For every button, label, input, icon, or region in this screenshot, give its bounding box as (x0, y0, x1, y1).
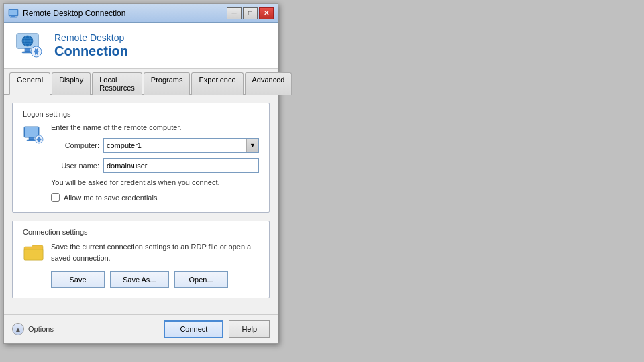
save-button[interactable]: Save (51, 272, 105, 288)
svg-rect-3 (10, 17, 17, 17)
connection-section: Connection settings Save the current con… (12, 221, 270, 298)
logon-form: Enter the name of the remote computer. C… (51, 123, 259, 202)
connection-section-label: Connection settings (23, 228, 259, 236)
credentials-note: You will be asked for credentials when y… (51, 178, 259, 186)
svg-rect-24 (24, 249, 43, 260)
footer-bar: ▲ Options Connect Help (4, 314, 278, 343)
tab-local-resources[interactable]: Local Resources (92, 72, 142, 95)
window-title: Remote Desktop Connection (23, 9, 125, 18)
svg-rect-11 (25, 48, 30, 52)
header-area: Remote Desktop Connection (4, 23, 278, 69)
title-bar: Remote Desktop Connection ─ □ ✕ (4, 4, 278, 23)
computer-label: Computer: (51, 141, 103, 149)
window-icon (8, 8, 19, 19)
options-area[interactable]: ▲ Options (12, 323, 54, 335)
restore-button[interactable]: □ (243, 7, 258, 19)
connect-button[interactable]: Connect (164, 320, 223, 338)
options-label: Options (28, 325, 54, 333)
logon-section-inner: Enter the name of the remote computer. C… (23, 123, 259, 202)
username-input[interactable] (103, 158, 259, 173)
tab-display[interactable]: Display (52, 72, 91, 95)
svg-rect-1 (9, 10, 17, 15)
computer-dropdown-arrow[interactable]: ▼ (246, 139, 258, 152)
header-text: Remote Desktop Connection (54, 32, 128, 59)
close-button[interactable]: ✕ (259, 7, 274, 19)
svg-rect-17 (25, 127, 38, 137)
title-bar-left: Remote Desktop Connection (8, 8, 125, 19)
options-chevron-icon: ▲ (12, 323, 24, 335)
connection-buttons: Save Save As... Open... (51, 272, 259, 288)
app-icon (14, 29, 46, 62)
tabs-bar: General Display Local Resources Programs… (4, 69, 278, 95)
connection-form: Save the current connection settings to … (51, 241, 259, 288)
svg-rect-18 (29, 137, 34, 140)
folder-svg (23, 243, 44, 261)
computer-row: Computer: ▼ (51, 138, 259, 153)
tab-advanced[interactable]: Advanced (245, 72, 292, 95)
minimize-button[interactable]: ─ (227, 7, 241, 19)
main-window: Remote Desktop Connection ─ □ ✕ (3, 3, 278, 344)
computer-input[interactable] (104, 139, 246, 152)
svg-rect-2 (11, 16, 15, 17)
logon-icon (23, 125, 44, 146)
content-area: Logon settings Enter the name of the rem… (4, 95, 278, 314)
help-button[interactable]: Help (229, 320, 270, 338)
logon-description: Enter the name of the remote computer. (51, 123, 259, 131)
header-subtitle: Remote Desktop (54, 32, 128, 43)
save-credentials-row: Allow me to save credentials (51, 193, 259, 202)
folder-icon (23, 241, 44, 263)
computer-input-wrapper: ▼ (103, 138, 259, 153)
header-title: Connection (54, 43, 128, 59)
tab-general[interactable]: General (9, 72, 50, 95)
logon-section: Logon settings Enter the name of the rem… (12, 103, 270, 213)
tab-experience[interactable]: Experience (191, 72, 243, 95)
connection-section-inner: Save the current connection settings to … (23, 241, 259, 288)
save-credentials-label[interactable]: Allow me to save credentials (64, 194, 157, 202)
save-credentials-checkbox[interactable] (51, 193, 60, 202)
username-label: User name: (51, 162, 103, 170)
connection-description: Save the current connection settings to … (51, 241, 259, 263)
footer-buttons: Connect Help (164, 320, 270, 338)
open-button[interactable]: Open... (174, 272, 228, 288)
tab-programs[interactable]: Programs (144, 72, 191, 95)
logon-section-label: Logon settings (23, 110, 259, 118)
save-as-button[interactable]: Save As... (110, 272, 169, 288)
username-row: User name: (51, 158, 259, 173)
title-bar-buttons: ─ □ ✕ (227, 7, 274, 19)
